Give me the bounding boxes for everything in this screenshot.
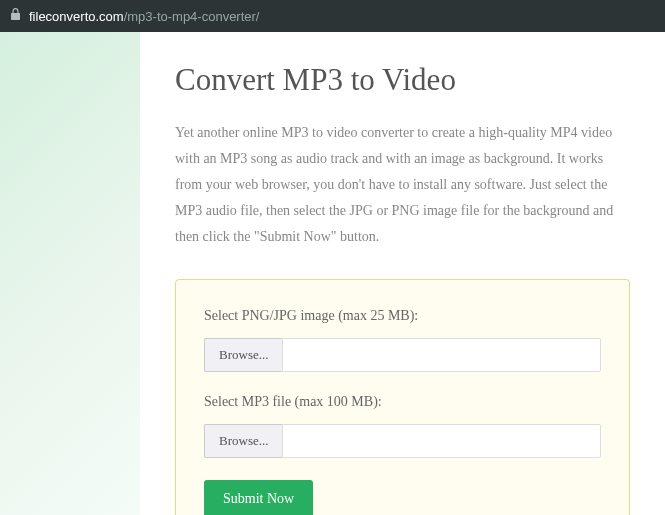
url-path: /mp3-to-mp4-converter/: [124, 9, 260, 24]
browser-url-bar: fileconverto.com/mp3-to-mp4-converter/: [0, 0, 665, 32]
mp3-file-row: Browse...: [204, 424, 601, 458]
image-browse-button[interactable]: Browse...: [204, 338, 282, 372]
mp3-file-field[interactable]: [282, 424, 601, 458]
image-file-row: Browse...: [204, 338, 601, 372]
main-content: Convert MP3 to Video Yet another online …: [140, 32, 665, 515]
url-domain: fileconverto.com: [29, 9, 124, 24]
submit-button[interactable]: Submit Now: [204, 480, 313, 515]
lock-icon: [10, 8, 21, 24]
mp3-browse-button[interactable]: Browse...: [204, 424, 282, 458]
sidebar: [0, 32, 140, 515]
page-title: Convert MP3 to Video: [175, 62, 630, 98]
image-file-label: Select PNG/JPG image (max 25 MB):: [204, 308, 601, 324]
page-description: Yet another online MP3 to video converte…: [175, 120, 630, 249]
url-text[interactable]: fileconverto.com/mp3-to-mp4-converter/: [29, 9, 259, 24]
page-wrapper: Convert MP3 to Video Yet another online …: [0, 32, 665, 515]
image-file-field[interactable]: [282, 338, 601, 372]
upload-form-panel: Select PNG/JPG image (max 25 MB): Browse…: [175, 279, 630, 515]
mp3-file-label: Select MP3 file (max 100 MB):: [204, 394, 601, 410]
